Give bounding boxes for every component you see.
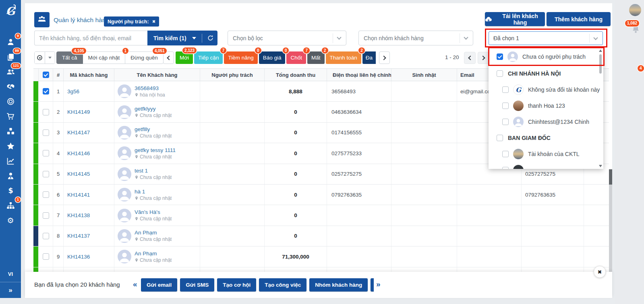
customer-code-link[interactable]: KH14147 [67, 129, 90, 136]
sidebar-item-person-tie[interactable] [0, 168, 21, 183]
customer-code-link[interactable]: KH14141 [67, 192, 90, 198]
customer-code-link[interactable]: KH14137 [67, 233, 90, 239]
sidebar-item-documents[interactable]: 89 [0, 49, 21, 64]
assignee-option[interactable]: G Không sửa đổi tài khoản này [489, 82, 603, 98]
option-checkbox[interactable] [502, 86, 509, 93]
sidebar-item-user-group[interactable]: 121 [0, 64, 21, 79]
sidebar-item-sitemap[interactable]: 1 [0, 198, 21, 213]
customer-name-link[interactable]: getfklyyy [135, 106, 172, 112]
customer-name-link[interactable]: An Phạm [135, 251, 172, 257]
language-label[interactable]: VI [0, 271, 21, 277]
row-checkbox[interactable] [43, 233, 49, 239]
row-checkbox[interactable] [43, 150, 49, 156]
sidebar-item-handshake[interactable] [0, 79, 21, 94]
sidebar-item-dollar[interactable]: $ [0, 183, 21, 198]
status-tab[interactable]: Mới 2,123 [176, 51, 193, 64]
close-action-bar-button[interactable]: ✖ [594, 266, 606, 278]
row-checkbox[interactable] [43, 253, 49, 260]
assignee-option[interactable]: thanh Hoa 123 [489, 98, 603, 114]
record-view-button[interactable] [35, 52, 45, 64]
column-header-index[interactable]: # [53, 69, 63, 81]
sidebar-item-gear[interactable]: ⚙ [0, 213, 21, 228]
column-header-revenue[interactable]: Tổng doanh thu [264, 69, 327, 81]
customer-code-link[interactable]: KH14138 [67, 212, 90, 218]
collapse-left-icon[interactable]: « [133, 280, 137, 289]
customer-code-link[interactable]: KH14145 [67, 171, 90, 177]
customer-name-link[interactable]: getfky tessy 1111 [135, 147, 176, 153]
column-header-birthday[interactable]: Sinh nhật [391, 69, 457, 81]
bulk-action-button[interactable]: Gửi email [141, 278, 177, 292]
customer-name-link[interactable]: 36568493 [135, 85, 165, 91]
sidebar-item-cubes[interactable] [0, 124, 21, 139]
scroll-up-icon[interactable] [599, 49, 602, 52]
view-options-dropdown[interactable] [45, 52, 55, 64]
sidebar-item-star[interactable] [0, 139, 21, 154]
dropdown-scrollbar-thumb[interactable] [599, 54, 602, 74]
option-checkbox[interactable] [497, 135, 503, 141]
pagination-prev-button[interactable] [464, 52, 476, 64]
assignee-option[interactable] [489, 162, 603, 169]
option-checkbox[interactable] [502, 119, 509, 125]
row-checkbox[interactable] [43, 109, 49, 115]
select-all-checkbox[interactable] [43, 72, 49, 78]
customer-name-link[interactable]: An Phạm [135, 230, 172, 236]
option-checkbox[interactable] [497, 53, 503, 60]
status-tab[interactable]: Tiếp cận 7 [194, 51, 223, 64]
option-checkbox[interactable] [502, 151, 509, 157]
assignee-option[interactable]: Chinhtesst@1234 Chinh [489, 114, 603, 130]
column-header-assignee[interactable]: Người phụ trách [200, 69, 264, 81]
customer-group-select[interactable]: Chọn nhóm khách hàng [358, 31, 473, 45]
bulk-action-button[interactable]: Gửi SMS [180, 278, 214, 292]
scrollbar-thumb[interactable] [609, 169, 612, 185]
refresh-icon[interactable] [207, 35, 214, 41]
customer-module-icon-button[interactable] [34, 12, 50, 27]
sidebar-item-target[interactable] [0, 94, 21, 109]
assignee-group-option[interactable]: CHI NHÁNH HÀ NỘI [489, 66, 603, 82]
bulk-action-button[interactable]: Nguồn K [371, 278, 374, 292]
assignee-filter-tag[interactable]: Người phụ trách: ✖ [104, 16, 159, 27]
scope-tab[interactable]: Đừng quên 4,051 [125, 51, 164, 64]
customer-name-link[interactable]: test 1 [135, 168, 172, 174]
option-checkbox[interactable] [502, 103, 509, 109]
sidebar-expand-button[interactable]: » [0, 282, 21, 298]
assignee-option[interactable]: Tài khoản của CKTL [489, 146, 603, 162]
search-input[interactable] [34, 31, 147, 45]
upload-customers-button[interactable]: Tải lên khách hàng [485, 12, 545, 26]
customer-name-link[interactable]: hà 1 [135, 189, 172, 195]
filter-select[interactable]: Chọn bộ lọc [228, 31, 346, 45]
add-customer-button[interactable]: Thêm khách hàng [547, 12, 611, 26]
getfly-logo[interactable]: G [0, 0, 21, 22]
customer-code-link[interactable]: KH14136 [67, 254, 90, 260]
option-checkbox[interactable] [502, 167, 509, 169]
status-tab[interactable]: Báo giá 0 [259, 51, 286, 64]
sidebar-item-user[interactable]: 9 [0, 35, 21, 49]
collapse-right-icon[interactable]: » [376, 280, 381, 289]
scope-tab[interactable]: Tất cả 4,105 [56, 51, 83, 64]
search-button[interactable]: Tìm kiếm (1) [147, 31, 217, 45]
option-checkbox[interactable] [497, 70, 503, 77]
customer-code-link[interactable]: KH14149 [67, 109, 90, 115]
assignee-option[interactable]: Chưa có người phụ trách [489, 48, 603, 66]
pagination-next-button[interactable] [478, 52, 489, 64]
user-avatar[interactable] [629, 4, 641, 16]
column-header-name[interactable]: Tên Khách hàng [114, 69, 200, 81]
assignee-select[interactable]: Đã chọn 1 [489, 31, 603, 45]
status-tab[interactable]: Tiềm năng 0 [224, 51, 257, 64]
bulk-action-button[interactable]: Nhóm khách hàng [309, 278, 368, 292]
tabs-scroll-right-button[interactable] [379, 51, 390, 64]
bulk-action-button[interactable]: Tạo công việc [259, 278, 306, 292]
remove-filter-icon[interactable]: ✖ [152, 19, 155, 24]
row-checkbox[interactable] [43, 191, 49, 198]
row-checkbox[interactable] [43, 171, 49, 177]
customer-code-link[interactable]: KH14146 [67, 150, 90, 156]
status-tab[interactable]: Mất 2 [307, 51, 325, 64]
sidebar-item-chart-line[interactable] [0, 154, 21, 168]
row-checkbox[interactable] [43, 88, 49, 94]
bulk-action-button[interactable]: Tạo cơ hội [217, 278, 256, 292]
row-checkbox[interactable] [43, 212, 49, 219]
status-tab[interactable]: Đa [362, 51, 376, 64]
customer-name-link[interactable]: Văn's Hà's [135, 209, 172, 215]
column-header-phone[interactable]: Điện thoại liên hệ chính [327, 69, 391, 81]
customer-name-link[interactable]: getfllly [135, 126, 172, 132]
scroll-down-icon[interactable] [599, 165, 602, 167]
